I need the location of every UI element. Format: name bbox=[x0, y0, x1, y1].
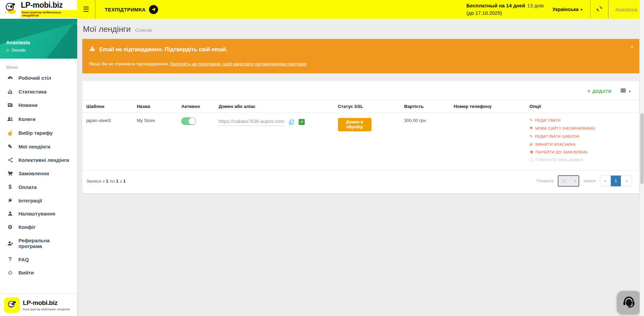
trial-until: (до 17.10.2025) bbox=[466, 10, 502, 16]
option-site-language[interactable]: ⚑ МОВА САЙТУ (НЕЗМІНЮВАНЕ) bbox=[530, 126, 637, 131]
support-button[interactable]: ТЕХПІДТРИМКА bbox=[105, 5, 158, 14]
sidebar-item-colleagues[interactable]: Колеги bbox=[0, 112, 77, 126]
top-nav: ☰ ТЕХПІДТРИМКА Бесплатный на 14 дней13 д… bbox=[77, 0, 644, 19]
option-go-to-orders[interactable]: ПЕРЕЙТИ ДО ЗАМОВЛЕНЬ bbox=[530, 150, 637, 154]
status-label: Онлайн bbox=[11, 48, 26, 53]
sidebar-item-faq[interactable]: ? FAQ bbox=[0, 253, 77, 266]
col-phone: Номер телефону bbox=[451, 100, 527, 113]
sidebar-menu: Робочий стіл Статистика Новини Колеги bbox=[0, 71, 77, 279]
app-logo: LP-mobi.biz Конструктор мобильных лендин… bbox=[0, 0, 77, 19]
top-username[interactable]: Anastasia bbox=[608, 7, 644, 12]
power-icon bbox=[6, 270, 14, 275]
dog-mascot-icon bbox=[3, 1, 18, 17]
refresh-button[interactable] bbox=[590, 0, 608, 19]
chevron-down-icon: ▾ bbox=[574, 179, 576, 183]
external-link-icon bbox=[300, 120, 304, 124]
sidebar-item-payment[interactable]: $ Оплата bbox=[0, 180, 77, 194]
pagination-prev-button[interactable]: « bbox=[600, 176, 611, 186]
table-header-row: Шаблон Назва Активно Домен або аліас Ста… bbox=[82, 100, 639, 113]
sidebar-item-label: Замовлення bbox=[18, 171, 49, 176]
copy-icon[interactable] bbox=[288, 119, 295, 125]
close-icon[interactable]: × bbox=[630, 44, 634, 50]
sidebar-item-integrations[interactable]: Інтеграції bbox=[0, 194, 77, 207]
active-toggle[interactable] bbox=[181, 117, 196, 125]
sidebar-item-news[interactable]: Новини bbox=[0, 98, 77, 112]
headset-icon bbox=[621, 294, 637, 311]
chevron-down-icon: ▾ bbox=[629, 89, 631, 93]
records-info-text: по bbox=[110, 179, 115, 184]
trial-plan: Бесплатный на 14 дней bbox=[466, 3, 525, 8]
sidebar-item-dashboard[interactable]: Робочий стіл bbox=[0, 71, 77, 85]
cell-template: japan-steel3 bbox=[82, 113, 134, 169]
language-selector[interactable]: Українська ▾ bbox=[552, 7, 582, 12]
domain-input[interactable] bbox=[218, 118, 284, 126]
share-icon bbox=[6, 157, 14, 163]
top-bar: LP-mobi.biz Конструктор мобильных лендин… bbox=[0, 0, 644, 19]
sidebar-item-referral[interactable]: Реферальна програма bbox=[0, 234, 77, 253]
sidebar-item-logout[interactable]: Вийти bbox=[0, 266, 77, 279]
sidebar-user-status: Онлайн bbox=[6, 48, 30, 53]
add-button-label: ДОДАТИ bbox=[592, 89, 611, 94]
bar-chart-icon bbox=[6, 88, 14, 94]
landings-card: + ДОДАТИ ▾ Шаблон Н bbox=[82, 81, 639, 193]
option-edit-template[interactable]: ✎ РЕДАГУВАТИ ШАБЛОН bbox=[530, 134, 637, 139]
page-size-select[interactable]: 20 ▾ bbox=[558, 175, 579, 187]
scrollbar-track[interactable] bbox=[640, 0, 644, 316]
sidebar-item-label: Колеги bbox=[18, 116, 36, 122]
cart-icon bbox=[530, 150, 534, 154]
records-info-text: з bbox=[120, 179, 122, 184]
option-label: РЕДАГУВАТИ ШАБЛОН bbox=[535, 134, 580, 138]
scrollbar-thumb[interactable] bbox=[640, 113, 644, 184]
dashboard-icon bbox=[6, 75, 14, 81]
option-edit[interactable]: ✎ РЕДАГУВАТИ bbox=[530, 118, 637, 123]
card-footer: Записи з 1 по 1 з 1 Показати 20 ▾ записи… bbox=[82, 170, 639, 192]
sidebar-username: Anastasia bbox=[6, 40, 30, 45]
page-title: Мої лендінги bbox=[83, 24, 131, 34]
cell-phone bbox=[451, 113, 527, 169]
sidebar-item-settings[interactable]: Налаштування bbox=[0, 207, 77, 220]
main-content: Мої лендінги Список Email не підтверджен… bbox=[77, 19, 644, 316]
sidebar-item-my-landings[interactable]: ✎ Мої лендінги bbox=[0, 140, 77, 153]
sidebar-item-tariff[interactable]: ☝ Вибір тарифу bbox=[0, 126, 77, 140]
sidebar-item-config[interactable]: ⚙ Конфіг bbox=[0, 220, 77, 234]
logo-title: LP-mobi.biz bbox=[21, 1, 63, 9]
open-site-button[interactable] bbox=[299, 119, 305, 125]
page-subtitle: Список bbox=[135, 27, 152, 33]
col-active: Активно bbox=[179, 100, 216, 113]
sidebar-user-panel: Anastasia Онлайн bbox=[0, 19, 77, 59]
clone-icon: ❏ bbox=[530, 157, 533, 162]
option-change-owner[interactable]: ⇄ ЗМІНИТИ ВЛАСНИКА bbox=[530, 142, 637, 147]
option-label: ПЕРЕЙТИ ДО ЗАМОВЛЕНЬ bbox=[536, 150, 588, 154]
email-alert-banner: Email не підтверджено. Підтвердіть свій … bbox=[82, 39, 639, 73]
sidebar-item-label: Реферальна програма bbox=[18, 238, 71, 249]
question-icon: ? bbox=[6, 256, 14, 262]
sidebar-item-label: Оплата bbox=[18, 184, 37, 190]
sidebar-item-statistics[interactable]: Статистика bbox=[0, 85, 77, 98]
support-chat-button[interactable] bbox=[617, 291, 641, 314]
sidebar-item-label: Колективні лендінги bbox=[18, 157, 69, 163]
columns-dropdown[interactable]: ▾ bbox=[620, 87, 631, 95]
trial-days: 13 днів bbox=[527, 3, 544, 8]
cell-name: My Store bbox=[134, 113, 179, 169]
add-landing-button[interactable]: + ДОДАТИ bbox=[587, 88, 611, 94]
sidebar-item-collective-landings[interactable]: Колективні лендінги bbox=[0, 153, 77, 167]
footer-logo-title: LP-mobi.biz bbox=[23, 299, 70, 307]
pagination-next-button[interactable]: » bbox=[621, 176, 632, 186]
file-signature-icon: ✎ bbox=[6, 143, 14, 150]
grid-icon bbox=[620, 87, 626, 95]
hamburger-icon[interactable]: ☰ bbox=[77, 0, 95, 19]
show-label: Показати bbox=[536, 179, 553, 183]
sidebar-item-label: Новини bbox=[18, 102, 38, 108]
support-label: ТЕХПІДТРИМКА bbox=[105, 7, 146, 12]
sidebar: Anastasia Онлайн Меню Робочий стіл Стати… bbox=[0, 19, 77, 316]
user-icon bbox=[6, 211, 14, 216]
resend-confirmation-link[interactable]: Натисніть це посилання, щоб надіслати пі… bbox=[170, 61, 307, 66]
col-price: Вартість bbox=[401, 100, 451, 113]
sidebar-item-orders[interactable]: Замовлення bbox=[0, 167, 77, 180]
pagination-page-1[interactable]: 1 bbox=[611, 176, 621, 186]
cart-icon bbox=[6, 170, 14, 177]
edit-icon: ✎ bbox=[530, 118, 533, 123]
card-toolbar: + ДОДАТИ ▾ bbox=[82, 81, 639, 100]
row-options: ✎ РЕДАГУВАТИ ⚑ МОВА САЙТУ (НЕЗМІНЮВАНЕ) … bbox=[530, 118, 637, 162]
records-info-text: Записи з bbox=[86, 179, 105, 184]
